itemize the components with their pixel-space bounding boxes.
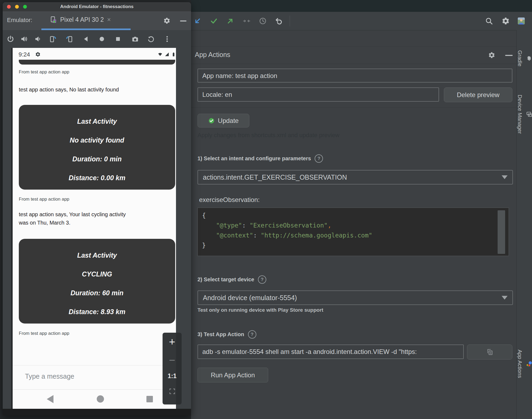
emulator-settings-gear-icon[interactable] xyxy=(163,17,170,24)
back-button-icon[interactable] xyxy=(82,35,90,43)
navbar-divider xyxy=(13,389,176,390)
assistant-icon xyxy=(526,361,532,367)
delete-preview-button[interactable]: Delete preview xyxy=(444,87,512,102)
sidebar-tab-label: Gradle xyxy=(517,50,523,66)
copy-icon xyxy=(486,349,493,356)
android-recents-button[interactable] xyxy=(146,396,153,402)
scrolled-card-remnant xyxy=(19,60,175,65)
card-title: Last Activity xyxy=(19,112,175,131)
home-button-icon[interactable] xyxy=(98,35,106,43)
device-tab[interactable]: Pixel 4 API 30 2 × xyxy=(50,16,111,24)
zoom-in-button[interactable]: + xyxy=(163,336,182,347)
settings-gear-icon[interactable] xyxy=(502,17,510,25)
target-device-dropdown[interactable]: Android device (emulator-5554) xyxy=(197,290,513,305)
parameter-label: exerciseObservation: xyxy=(199,196,260,204)
device-tab-title: Pixel 4 API 30 2 xyxy=(60,16,104,23)
panel-title: App Actions xyxy=(195,51,230,59)
target-device-value: Android device (emulator-5554) xyxy=(203,294,297,302)
orientation-reset-icon[interactable] xyxy=(147,35,155,43)
toolbar-divider xyxy=(290,16,290,26)
intent-dropdown-value: actions.intent.GET_EXERCISE_OBSERVATION xyxy=(203,173,347,181)
section-intent-label: 1) Select an intent and configure parame… xyxy=(197,155,311,162)
code-editor[interactable]: { "@type": "ExerciseObservation", "@cont… xyxy=(197,208,509,256)
android-home-button[interactable] xyxy=(97,395,104,403)
studio-top-strip xyxy=(191,0,532,12)
intent-dropdown[interactable]: actions.intent.GET_EXERCISE_OBSERVATION xyxy=(197,170,513,184)
card-activity: No activity found xyxy=(19,131,175,150)
emulator-control-toolbar xyxy=(3,30,191,48)
emulator-minimize-icon[interactable] xyxy=(180,20,186,22)
card-duration: Duration: 60 min xyxy=(19,283,175,302)
gradle-elephant-icon xyxy=(526,55,532,62)
code-scrollbar[interactable] xyxy=(498,210,505,254)
sidebar-tab-app-actions[interactable]: App Actions xyxy=(517,350,532,378)
message-text: test app action says, No last activity f… xyxy=(19,86,119,94)
section-device-label: 2) Select target device xyxy=(197,276,254,283)
power-icon[interactable] xyxy=(7,35,14,43)
tab-close-icon[interactable]: × xyxy=(107,16,111,23)
section-test-header: 3) Test App Action ? xyxy=(197,330,256,339)
search-icon[interactable] xyxy=(485,17,493,25)
signal-icon xyxy=(165,52,170,57)
help-icon[interactable]: ? xyxy=(315,154,323,163)
vcs-push-icon[interactable] xyxy=(226,17,234,25)
copy-command-button[interactable] xyxy=(467,345,512,360)
android-back-button[interactable] xyxy=(47,395,53,403)
more-options-icon[interactable] xyxy=(163,35,171,43)
help-icon[interactable]: ? xyxy=(258,275,266,284)
zoom-fit-icon[interactable] xyxy=(169,388,175,395)
code-line: { xyxy=(202,211,509,221)
sidebar-tab-device-manager[interactable]: Device Manager xyxy=(517,95,532,134)
update-label: Update xyxy=(218,117,239,125)
device-hint-text: Test only on running device with Play St… xyxy=(197,307,323,313)
section-divider xyxy=(191,108,516,108)
devices-icon xyxy=(526,111,532,117)
undo-icon[interactable] xyxy=(275,17,283,25)
message-line: was on Thu, March 3. xyxy=(19,219,126,227)
dim-hint-text: Apply changes from shortcuts.xml and upd… xyxy=(197,132,339,139)
emulator-zoom-panel: + − 1:1 xyxy=(163,333,182,404)
panel-gear-icon[interactable] xyxy=(488,52,495,59)
update-button[interactable]: Update xyxy=(197,114,249,127)
volume-up-icon[interactable] xyxy=(20,35,28,43)
android-studio-window: App Actions App name: test app action Lo… xyxy=(191,0,532,419)
rotate-right-icon[interactable] xyxy=(66,35,73,43)
card-activity: CYCLING xyxy=(19,265,175,283)
section-device-header: 2) Select target device ? xyxy=(197,275,266,284)
card-distance: Distance: 8.93 km xyxy=(19,302,175,321)
help-icon[interactable]: ? xyxy=(248,330,256,339)
code-line: "@context": "http://schema.googleapis.co… xyxy=(202,230,509,240)
message-sender-label: From test app action app xyxy=(19,331,69,336)
zoom-ratio-button[interactable]: 1:1 xyxy=(163,372,182,380)
emulator-titlebar: Android Emulator - fitnessactions xyxy=(3,2,191,11)
volume-down-icon[interactable] xyxy=(34,35,42,43)
update-check-icon xyxy=(208,118,215,124)
card-distance: Distance: 0.00 km xyxy=(19,168,175,187)
app-actions-panel-header: App Actions xyxy=(191,46,516,64)
sidebar-tab-gradle[interactable]: Gradle xyxy=(517,50,532,66)
panel-minimize-icon[interactable] xyxy=(505,55,513,56)
run-app-action-button[interactable]: Run App Action xyxy=(197,368,268,382)
locale-field[interactable]: Locale: en xyxy=(197,87,439,102)
user-avatar[interactable] xyxy=(518,17,525,24)
screenshot-camera-icon[interactable] xyxy=(131,35,139,43)
last-activity-card-cycling: Last Activity CYCLING Duration: 60 min D… xyxy=(19,239,175,324)
rotate-left-icon[interactable] xyxy=(49,35,57,43)
phone-screen: 9:24 From test app action app test app a… xyxy=(11,48,176,409)
app-name-field[interactable]: App name: test app action xyxy=(197,69,512,83)
vcs-merge-icon[interactable] xyxy=(243,17,251,25)
battery-icon xyxy=(171,52,176,57)
vcs-commit-icon[interactable] xyxy=(210,17,218,25)
message-sender-label: From test app action app xyxy=(19,69,69,75)
message-sender-label: From test app action app xyxy=(19,197,69,202)
history-clock-icon[interactable] xyxy=(259,17,267,25)
overview-button-icon[interactable] xyxy=(114,35,122,43)
zoom-out-button[interactable]: − xyxy=(163,355,182,365)
status-bar-time: 9:24 xyxy=(19,51,30,58)
chevron-down-icon xyxy=(502,296,508,300)
adb-command-field[interactable]: adb -s emulator-5554 shell am start -a a… xyxy=(197,345,464,359)
vcs-update-icon[interactable] xyxy=(193,17,202,25)
input-divider xyxy=(13,365,176,365)
message-input[interactable] xyxy=(24,369,138,383)
code-line: } xyxy=(202,240,509,250)
